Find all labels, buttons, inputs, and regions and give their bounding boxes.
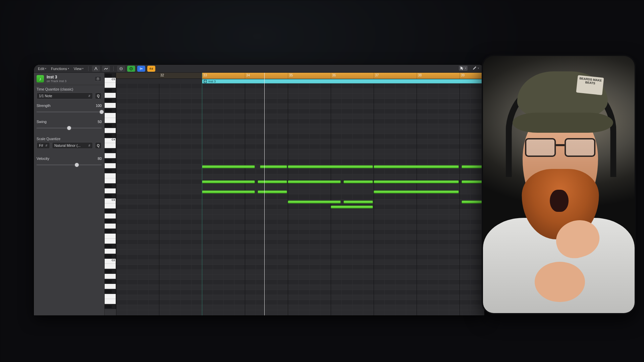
white-key[interactable] (105, 103, 116, 108)
snap-toggle[interactable] (92, 66, 100, 72)
black-key[interactable] (105, 89, 112, 92)
midi-note[interactable] (374, 190, 459, 193)
white-key[interactable] (105, 153, 116, 158)
region-bar[interactable]: ⏻ Inst 3 (202, 79, 484, 83)
white-key[interactable] (105, 143, 116, 148)
white-key[interactable] (105, 173, 116, 178)
white-key[interactable] (105, 284, 116, 289)
black-key[interactable] (105, 134, 112, 137)
slider-thumb[interactable] (67, 126, 71, 130)
white-key[interactable] (105, 264, 116, 269)
black-key[interactable] (105, 290, 112, 293)
midi-note[interactable] (462, 165, 484, 168)
midi-note[interactable] (288, 180, 341, 183)
strength-slider[interactable] (37, 109, 102, 115)
midi-note[interactable] (288, 200, 341, 203)
scale-key-select[interactable]: F# ⇵ (37, 142, 50, 149)
beat-line (427, 84, 428, 315)
menu-view[interactable]: View ▾ (72, 66, 85, 71)
black-key[interactable] (105, 230, 112, 233)
midi-note[interactable] (258, 190, 287, 193)
white-key[interactable] (105, 128, 116, 133)
grid-row (116, 159, 484, 164)
automation-toggle[interactable] (102, 66, 110, 72)
white-key[interactable] (105, 274, 116, 279)
chevron-up-down-icon: ⇵ (88, 144, 91, 147)
grid-row (116, 220, 484, 225)
catch-playhead[interactable] (137, 66, 145, 72)
black-key[interactable] (105, 270, 112, 273)
white-key[interactable] (105, 163, 116, 168)
playhead[interactable] (264, 73, 265, 315)
white-key[interactable] (105, 234, 116, 239)
black-key[interactable] (105, 245, 112, 248)
black-key[interactable] (105, 149, 112, 152)
midi-note[interactable] (343, 180, 373, 183)
menu-functions-label: Functions (51, 67, 67, 71)
midi-note[interactable] (288, 165, 373, 168)
black-key[interactable] (105, 74, 112, 77)
chevron-down-icon: ▾ (45, 67, 46, 70)
black-key[interactable] (105, 220, 112, 223)
midi-in-toggle[interactable] (127, 66, 135, 72)
black-key[interactable] (105, 280, 112, 283)
swing-slider[interactable] (37, 125, 102, 131)
white-key[interactable] (105, 224, 116, 229)
pointer-tool[interactable]: ▾ (459, 66, 468, 71)
white-key[interactable] (105, 118, 116, 123)
black-key[interactable] (105, 209, 112, 213)
black-key[interactable] (105, 159, 112, 162)
piano-keyboard[interactable]: C5C4C3C2 (105, 73, 116, 309)
time-quantize-select[interactable]: 1/1 Note ⇵ (37, 93, 93, 99)
pencil-tool[interactable]: ▾ (471, 66, 480, 71)
black-key[interactable] (105, 99, 112, 102)
midi-note[interactable] (462, 180, 484, 183)
midi-out-toggle[interactable] (117, 66, 125, 72)
white-key[interactable] (105, 214, 116, 219)
slider-thumb[interactable] (99, 110, 104, 114)
white-key[interactable] (105, 294, 116, 299)
menu-edit[interactable]: Edit ▾ (37, 66, 48, 71)
black-key[interactable] (105, 305, 112, 308)
grid-row (116, 315, 484, 315)
midi-note[interactable] (343, 200, 373, 203)
grid-row (116, 290, 484, 295)
chevron-down-icon: ▾ (465, 67, 466, 70)
link-toggle[interactable] (147, 66, 155, 72)
scale-quantize-now-button[interactable]: Q (95, 142, 102, 149)
cycle-range[interactable] (202, 73, 484, 79)
black-key[interactable] (105, 169, 112, 172)
black-key[interactable] (105, 184, 112, 187)
scale-mode-select[interactable]: Natural Minor (... ⇵ (52, 142, 93, 149)
quantize-now-button[interactable]: Q (95, 93, 102, 99)
midi-note[interactable] (374, 165, 459, 168)
velocity-slider[interactable] (37, 162, 102, 168)
black-key[interactable] (105, 124, 112, 127)
midi-note[interactable] (462, 200, 484, 203)
midi-note[interactable] (202, 190, 255, 193)
region-power-button[interactable] (94, 76, 102, 81)
white-key[interactable] (105, 249, 116, 254)
octave-label: C3 (112, 198, 115, 203)
midi-note[interactable] (331, 205, 373, 208)
black-key[interactable] (105, 194, 112, 197)
midi-note[interactable] (258, 180, 287, 183)
black-key[interactable] (105, 109, 112, 112)
bar-ruler[interactable]: 3233343536373839 (116, 73, 484, 79)
slider-thumb[interactable] (74, 163, 79, 167)
piano-roll-grid[interactable] (116, 84, 484, 315)
midi-note[interactable] (202, 165, 255, 168)
white-key[interactable] (105, 113, 116, 118)
white-key[interactable] (105, 83, 116, 88)
white-key[interactable] (105, 93, 116, 98)
midi-note[interactable] (202, 180, 255, 183)
white-key[interactable] (105, 239, 116, 244)
white-key[interactable] (105, 178, 116, 183)
midi-note[interactable] (374, 180, 459, 183)
black-key[interactable] (105, 255, 112, 258)
white-key[interactable] (105, 299, 116, 304)
white-key[interactable] (105, 203, 116, 208)
menu-functions[interactable]: Functions ▾ (50, 66, 70, 71)
separator (113, 66, 114, 71)
white-key[interactable] (105, 188, 116, 193)
